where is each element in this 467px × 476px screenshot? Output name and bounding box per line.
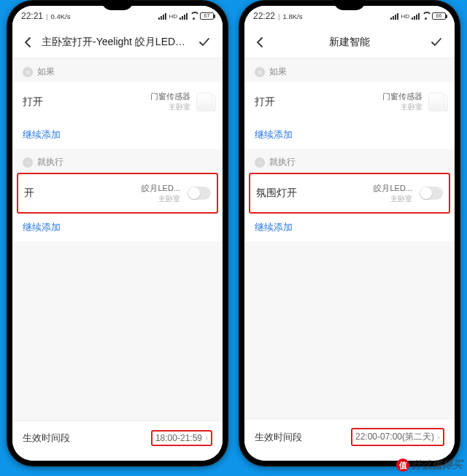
wifi-icon bbox=[190, 13, 198, 20]
time-period-button[interactable]: 18:00-21:59 › bbox=[151, 430, 212, 446]
trigger-row[interactable]: 打开 门窗传感器 主卧室 bbox=[244, 82, 455, 121]
watermark: 值 什么值得买 bbox=[396, 459, 463, 472]
action-row[interactable]: 开 皎月LED... 主卧室 bbox=[18, 174, 217, 212]
phone-right: 22:22 | 1.8K/s HD 66 新建智能 bbox=[239, 0, 460, 467]
action-room: 主卧室 bbox=[142, 194, 180, 204]
door-sensor-icon bbox=[428, 93, 444, 112]
then-icon: → bbox=[23, 157, 33, 168]
action-room: 主卧室 bbox=[374, 194, 412, 204]
watermark-icon: 值 bbox=[396, 459, 409, 472]
battery-icon: 67 bbox=[200, 12, 214, 20]
trigger-title: 打开 bbox=[255, 95, 275, 109]
section-then: → 就执行 bbox=[244, 149, 455, 173]
navbar: 新建智能 bbox=[244, 26, 455, 58]
footer: 生效时间段 18:00-21:59 › bbox=[12, 421, 223, 461]
then-label: 就执行 bbox=[37, 156, 63, 168]
door-sensor-icon bbox=[196, 93, 212, 112]
section-if: ≡ 如果 bbox=[244, 58, 455, 82]
back-icon[interactable] bbox=[23, 36, 37, 48]
confirm-icon[interactable] bbox=[198, 36, 212, 49]
status-time: 22:21 bbox=[21, 11, 43, 21]
trigger-title: 打开 bbox=[23, 95, 43, 109]
chevron-right-icon: › bbox=[205, 433, 208, 443]
status-speed: 1.8K/s bbox=[283, 12, 303, 20]
action-highlight: 氛围灯开 皎月LED... 主卧室 bbox=[249, 173, 450, 214]
back-icon[interactable] bbox=[255, 36, 269, 48]
if-label: 如果 bbox=[37, 66, 55, 78]
chevron-right-icon: › bbox=[437, 432, 440, 442]
signal-icon bbox=[158, 13, 166, 20]
wifi-icon bbox=[422, 13, 430, 20]
page-title: 新建智能 bbox=[269, 36, 430, 49]
add-action-button[interactable]: 继续添加 bbox=[244, 214, 455, 241]
trigger-room: 主卧室 bbox=[150, 102, 190, 112]
action-highlight: 开 皎月LED... 主卧室 bbox=[17, 173, 218, 214]
add-action-button[interactable]: 继续添加 bbox=[12, 214, 223, 241]
add-trigger-button[interactable]: 继续添加 bbox=[12, 121, 223, 149]
signal-icon bbox=[180, 13, 188, 20]
status-time: 22:22 bbox=[253, 11, 275, 21]
trigger-room: 主卧室 bbox=[382, 102, 422, 112]
action-device: 皎月LED... bbox=[374, 183, 412, 194]
if-icon: ≡ bbox=[255, 67, 265, 77]
if-icon: ≡ bbox=[23, 67, 33, 77]
navbar: 主卧室打开-Yeelight 皎月LED吸顶灯开 bbox=[12, 26, 223, 58]
then-icon: → bbox=[255, 157, 265, 168]
toggle-switch[interactable] bbox=[188, 187, 211, 200]
action-title: 开 bbox=[24, 187, 34, 200]
section-if: ≡ 如果 bbox=[12, 58, 223, 82]
status-speed: 0.4K/s bbox=[51, 12, 71, 20]
add-trigger-button[interactable]: 继续添加 bbox=[244, 121, 455, 149]
action-title: 氛围灯开 bbox=[256, 187, 297, 200]
toggle-switch[interactable] bbox=[420, 187, 443, 200]
then-label: 就执行 bbox=[269, 156, 296, 168]
time-period-label: 生效时间段 bbox=[23, 432, 70, 445]
trigger-device: 门窗传感器 bbox=[150, 91, 190, 102]
battery-icon: 66 bbox=[432, 12, 446, 20]
if-label: 如果 bbox=[269, 66, 287, 78]
footer: 生效时间段 22:00-07:00(第二天) › bbox=[244, 418, 455, 461]
action-device: 皎月LED... bbox=[142, 183, 180, 194]
time-period-button[interactable]: 22:00-07:00(第二天) › bbox=[351, 428, 444, 446]
page-title: 主卧室打开-Yeelight 皎月LED吸顶灯开 bbox=[37, 36, 198, 49]
section-then: → 就执行 bbox=[12, 149, 223, 173]
time-period-label: 生效时间段 bbox=[255, 431, 302, 444]
signal-icon bbox=[390, 13, 398, 20]
confirm-icon[interactable] bbox=[430, 36, 444, 49]
phone-left: 22:21 | 0.4K/s HD 67 主卧室打开-Yeelight 皎月LE… bbox=[7, 0, 228, 467]
trigger-device: 门窗传感器 bbox=[382, 91, 422, 102]
trigger-row[interactable]: 打开 门窗传感器 主卧室 bbox=[12, 82, 223, 121]
action-row[interactable]: 氛围灯开 皎月LED... 主卧室 bbox=[250, 174, 449, 212]
signal-icon bbox=[412, 13, 420, 20]
